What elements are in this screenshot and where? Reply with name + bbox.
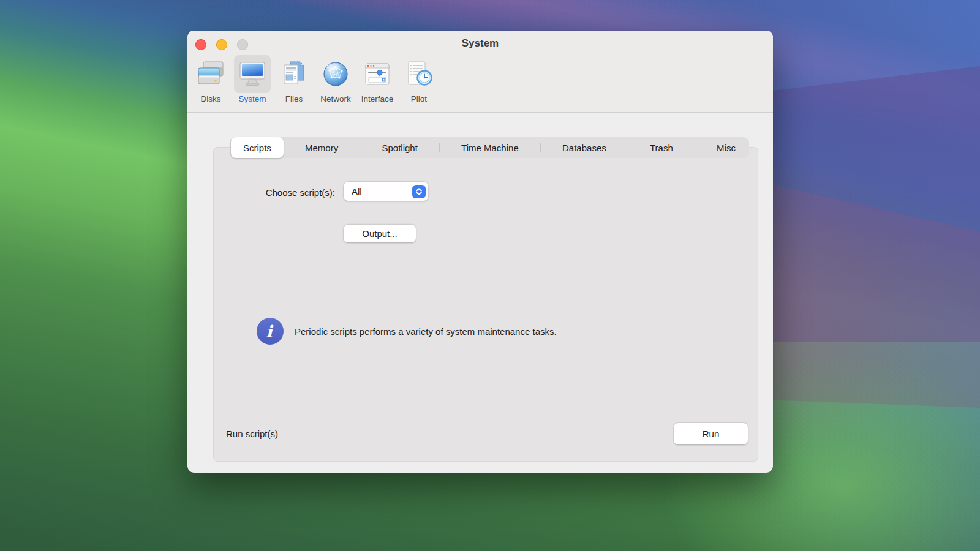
tab-scripts[interactable]: Scripts (231, 137, 284, 158)
toolbar-item-files[interactable]: Files (276, 55, 312, 103)
info-icon: i (257, 318, 284, 345)
tab-memory[interactable]: Memory (293, 137, 350, 158)
run-scripts-label: Run script(s) (226, 424, 278, 444)
toolbar-item-interface[interactable]: Interface (359, 55, 396, 103)
tab-misc[interactable]: Misc (704, 137, 748, 158)
popup-chevrons-icon (412, 185, 426, 198)
scripts-popup-value: All (352, 186, 362, 197)
network-icon (321, 59, 350, 89)
toolbar-label-interface: Interface (361, 94, 394, 103)
toolbar-label-disks: Disks (201, 94, 221, 103)
tab-time-machine[interactable]: Time Machine (449, 137, 531, 158)
interface-icon (363, 59, 392, 89)
tab-spotlight[interactable]: Spotlight (369, 137, 429, 158)
toolbar-item-system[interactable]: System (234, 55, 271, 103)
info-text: Periodic scripts performs a variety of s… (295, 326, 557, 337)
tab-separator (360, 143, 360, 152)
tab-separator (540, 143, 541, 152)
scripts-panel: Choose script(s): All Output... i Period… (213, 147, 758, 462)
toolbar-label-files: Files (285, 94, 303, 103)
app-window: System (187, 31, 773, 473)
toolbar-label-pilot: Pilot (411, 94, 427, 103)
system-icon (238, 59, 267, 89)
window-title: System (187, 37, 773, 50)
tab-separator (628, 143, 628, 152)
toolbar-label-system: System (238, 94, 266, 103)
output-button[interactable]: Output... (344, 225, 416, 242)
desktop: System (0, 0, 980, 551)
tab-trash[interactable]: Trash (638, 137, 685, 158)
info-row: i Periodic scripts performs a variety of… (257, 318, 557, 345)
toolbar-item-pilot[interactable]: Pilot (401, 55, 437, 103)
tab-separator (439, 143, 440, 152)
toolbar-label-network: Network (320, 94, 351, 103)
choose-scripts-label: Choose script(s): (214, 183, 335, 202)
tab-bar: Scripts Memory Spotlight Time Machine Da… (230, 137, 749, 158)
run-button[interactable]: Run (674, 423, 748, 444)
disks-icon (196, 59, 225, 89)
window-chrome: System (187, 31, 773, 113)
toolbar: Disks (192, 55, 437, 103)
scripts-popup-button[interactable]: All (344, 182, 428, 201)
tab-databases[interactable]: Databases (550, 137, 619, 158)
files-icon (279, 59, 309, 89)
tab-separator (695, 143, 695, 152)
pilot-icon (404, 59, 434, 89)
toolbar-item-disks[interactable]: Disks (192, 55, 229, 103)
toolbar-item-network[interactable]: Network (317, 55, 354, 103)
